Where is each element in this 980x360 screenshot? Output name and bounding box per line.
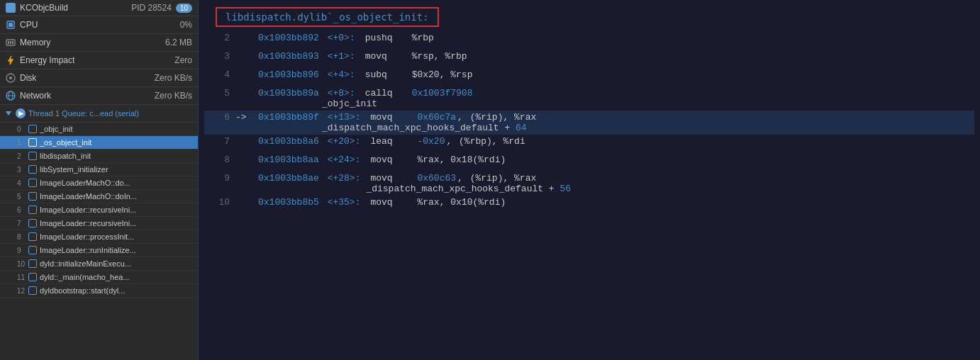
- thread-label: Thread 1 Queue: c...ead (serial): [28, 109, 139, 118]
- stack-frame-icon: [28, 138, 37, 147]
- stat-row-disk[interactable]: Disk Zero KB/s: [0, 69, 198, 87]
- stat-row-network[interactable]: Network Zero KB/s: [0, 87, 198, 105]
- stack-num: 12: [17, 287, 26, 295]
- line-content: 0x1003bb893 <+1>: movq %rsp, %rbp: [258, 51, 467, 62]
- stack-frame-name: _objc_init: [40, 125, 192, 133]
- disk-icon: [6, 73, 16, 83]
- stack-frame-icon: [28, 152, 37, 160]
- process-icon: [6, 3, 16, 13]
- stack-item[interactable]: 7 ImageLoader::recursiveIni...: [0, 217, 198, 230]
- stack-item[interactable]: 12 dyldbootstrap::start(dyl...: [0, 284, 198, 298]
- address: 0x1003bb896: [258, 69, 319, 80]
- code-line: 8 0x1003bb8aa <+24>: movq %rax, 0x18(%rd…: [204, 153, 974, 171]
- process-row[interactable]: KCObjcBuild PID 28524 10: [0, 0, 198, 16]
- mnemonic: movq: [365, 51, 408, 62]
- stack-item[interactable]: 10 dyld::initializeMainExecu...: [0, 257, 198, 271]
- operand-value: 0x1003f7908: [412, 88, 473, 99]
- mnemonic: callq: [365, 88, 408, 99]
- operand-value: 0x60c7a: [417, 112, 456, 123]
- cont-label: +: [543, 184, 559, 194]
- mnemonic: leaq: [370, 136, 413, 147]
- operand-value: (%rbp), %rdi: [459, 136, 525, 147]
- network-label: Network: [20, 91, 150, 101]
- offset: <+20>:: [322, 136, 361, 147]
- line-number: 10: [210, 197, 230, 208]
- code-line: 9 0x1003bb8ae <+28>: movq 0x60c63, (%rip…: [204, 171, 974, 196]
- operand-value: (%rip), %rax: [470, 173, 537, 184]
- stack-item[interactable]: 8 ImageLoader::processInit...: [0, 230, 198, 244]
- operand-value: 0x60c63: [417, 173, 456, 184]
- left-panel: KCObjcBuild PID 28524 10 CPU 0% Memory 6…: [0, 0, 199, 360]
- stack-frame-icon: [28, 192, 37, 201]
- stack-num: 6: [17, 206, 26, 214]
- stack-frame-name: ImageLoader::runInitialize...: [40, 246, 192, 254]
- operand-value: -0x20: [417, 136, 445, 147]
- operand-value: %rsp, %rbp: [412, 51, 467, 62]
- code-line: 7 0x1003bb8a6 <+20>: leaq -0x20, (%rbp),…: [204, 135, 974, 153]
- offset: <+28>:: [322, 173, 361, 184]
- stack-item[interactable]: 2 libdispatch_init: [0, 150, 198, 163]
- stack-num: 7: [17, 220, 26, 227]
- operand-value: $0x20, %rsp: [412, 69, 473, 80]
- continuation-text: _objc_init: [258, 99, 472, 109]
- code-container: 2 0x1003bb892 <+0>: pushq %rbp 3 0x1003b…: [199, 31, 980, 225]
- stack-frame-name: dyld::initializeMainExecu...: [40, 259, 192, 268]
- cont-value: 64: [516, 123, 527, 133]
- energy-label: Energy Impact: [20, 55, 170, 65]
- stack-frame-name: libdispatch_init: [40, 152, 192, 160]
- address: 0x1003bb8aa: [258, 154, 319, 165]
- line-content: 0x1003bb8aa <+24>: movq %rax, 0x18(%rdi): [258, 154, 506, 165]
- code-line: 10 0x1003bb8b5 <+35>: movq %rax, 0x10(%r…: [204, 196, 974, 214]
- stack-item[interactable]: 11 dyld::_main(macho_hea...: [0, 271, 198, 284]
- continuation-text: _dispatch_mach_xpc_hooks_default + 56: [258, 184, 571, 194]
- network-icon: [6, 91, 16, 101]
- stat-row-energy[interactable]: Energy Impact Zero: [0, 52, 198, 69]
- right-panel: libdispatch.dylib`_os_object_init: 2 0x1…: [199, 0, 980, 360]
- memory-icon: [6, 38, 16, 47]
- stack-frame-icon: [28, 273, 37, 281]
- memory-label: Memory: [20, 38, 161, 47]
- line-number: 7: [210, 136, 230, 147]
- stat-row-cpu[interactable]: CPU 0%: [0, 16, 198, 34]
- cont-value: 56: [559, 184, 571, 194]
- stack-item[interactable]: 0 _objc_init: [0, 123, 198, 136]
- energy-icon: [6, 55, 16, 65]
- line-number: 6: [210, 112, 230, 123]
- stack-frame-icon: [28, 219, 37, 227]
- stack-frame-name: dyldbootstrap::start(dyl...: [40, 286, 192, 295]
- line-number: 3: [210, 51, 230, 62]
- offset: <+0>:: [322, 33, 355, 43]
- stack-num: 0: [17, 125, 26, 133]
- stack-item[interactable]: 9 ImageLoader::runInitialize...: [0, 244, 198, 257]
- mnemonic: subq: [365, 69, 408, 80]
- address: 0x1003bb8ae: [258, 173, 319, 184]
- memory-value: 6.2 MB: [165, 38, 192, 47]
- cpu-value: 0%: [180, 20, 192, 30]
- code-line: 5 0x1003bb89a <+8>: callq 0x1003f7908 _o…: [204, 86, 974, 111]
- stack-frame-list: 0 _objc_init 1 _os_object_init 2 libdisp…: [0, 123, 198, 298]
- stack-frame-name: ImageLoaderMachO::doIn...: [40, 192, 192, 201]
- line-content: 0x1003bb8ae <+28>: movq 0x60c63, (%rip),…: [258, 173, 571, 194]
- operand-value: (%rip), %rax: [470, 112, 537, 123]
- stack-num: 2: [17, 152, 26, 160]
- code-line: 4 0x1003bb896 <+4>: subq $0x20, %rsp: [204, 68, 974, 86]
- cont-label: _dispatch_mach_xpc_hooks_default: [322, 184, 543, 194]
- address: 0x1003bb89a: [258, 88, 319, 99]
- mnemonic: movq: [370, 197, 413, 208]
- stack-frame-icon: [28, 246, 37, 254]
- offset: <+1>:: [322, 51, 355, 62]
- stack-item[interactable]: 3 libSystem_initializer: [0, 163, 198, 176]
- process-badge: 10: [176, 4, 192, 13]
- stat-row-memory[interactable]: Memory 6.2 MB: [0, 34, 198, 52]
- stack-item[interactable]: 1 _os_object_init: [0, 136, 198, 150]
- stack-frame-name: _os_object_init: [40, 138, 192, 147]
- stack-item[interactable]: 4 ImageLoaderMachO::do...: [0, 176, 198, 190]
- stack-num: 8: [17, 233, 26, 241]
- stack-frame-name: ImageLoaderMachO::do...: [40, 179, 192, 187]
- thread-header[interactable]: ▶ Thread 1 Queue: c...ead (serial): [0, 105, 198, 123]
- disk-label: Disk: [20, 73, 150, 83]
- address: 0x1003bb892: [258, 33, 319, 43]
- stack-item[interactable]: 5 ImageLoaderMachO::doIn...: [0, 190, 198, 203]
- stack-item[interactable]: 6 ImageLoader::recursiveIni...: [0, 203, 198, 217]
- stack-frame-name: ImageLoader::recursiveIni...: [40, 219, 192, 227]
